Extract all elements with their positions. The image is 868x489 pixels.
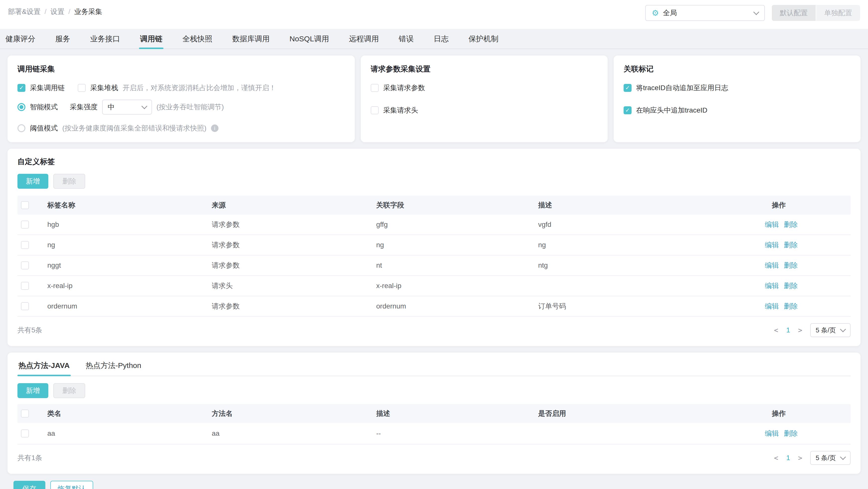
pagination-prev-icon[interactable]: < [774,326,778,334]
breadcrumb-separator: / [44,8,46,16]
relation-card-title: 关联标记 [624,64,850,74]
hot-methods-tab-bar: 热点方法-JAVA 热点方法-Python [18,360,850,376]
cell-desc: 订单号码 [538,301,765,311]
cell-desc: vgfd [538,221,765,229]
col-header-field: 关联字段 [376,200,538,210]
request-card-title: 请求参数采集设置 [371,64,598,74]
table-row: ordernum 请求参数 ordernum 订单号码 编辑删除 [18,296,850,317]
save-button[interactable]: 保存 [13,481,45,489]
cell-tag-name: ordernum [47,302,212,310]
tab-logs[interactable]: 日志 [433,32,450,48]
page-size-select[interactable]: 5 条/页 [810,323,850,337]
row-checkbox[interactable] [21,282,29,290]
page-size-value: 5 条/页 [816,326,836,335]
scope-select-value: 全局 [663,8,750,18]
pagination: < 1 > 5 条/页 [774,451,850,465]
pagination-page-1[interactable]: 1 [786,326,790,334]
table-header-row: 标签名称 来源 关联字段 描述 操作 [18,196,850,215]
pagination-prev-icon[interactable]: < [774,454,778,462]
tab-business-api[interactable]: 业务接口 [89,32,121,48]
default-config-button[interactable]: 默认配置 [772,5,816,21]
pagination-page-1[interactable]: 1 [786,454,790,462]
row-checkbox[interactable] [21,221,29,229]
tab-fullstack-snapshot[interactable]: 全栈快照 [181,32,213,48]
tab-nosql-call[interactable]: NoSQL调用 [288,32,330,48]
row-checkbox[interactable] [21,241,29,249]
tab-hot-methods-python[interactable]: 热点方法-Python [85,360,142,376]
edit-link[interactable]: 编辑 [765,301,779,311]
collect-params-label: 采集请求参数 [383,83,425,93]
page-size-select[interactable]: 5 条/页 [810,451,850,465]
delete-link[interactable]: 删除 [784,261,798,270]
table-row: nggt 请求参数 nt ntg 编辑删除 [18,256,850,276]
breadcrumb-separator: / [68,8,70,16]
cell-tag-name: nggt [47,261,212,269]
delete-method-button[interactable]: 删除 [53,383,85,398]
row-checkbox[interactable] [21,302,29,310]
edit-link[interactable]: 编辑 [765,240,779,250]
bottom-action-bar: 保存 恢复默认 [13,481,861,489]
cell-tag-name: x-real-ip [47,282,212,290]
breadcrumb-item-settings[interactable]: 设置 [50,7,64,17]
scope-select[interactable]: ⚙ 全局 [645,5,765,21]
smart-mode-radio[interactable] [18,103,25,111]
col-header-enabled: 是否启用 [538,409,765,418]
tab-service[interactable]: 服务 [54,32,71,48]
row-checkbox[interactable] [21,261,29,269]
threshold-mode-radio[interactable] [18,124,25,132]
col-header-method-name: 方法名 [212,409,376,418]
chevron-down-icon [840,326,846,332]
custom-tags-title: 自定义标签 [18,157,850,167]
edit-link[interactable]: 编辑 [765,261,779,270]
tab-protection[interactable]: 保护机制 [467,32,499,48]
tab-errors[interactable]: 错误 [398,32,414,48]
edit-link[interactable]: 编辑 [765,220,779,229]
cell-source: 请求参数 [212,261,376,270]
delete-link[interactable]: 删除 [784,429,798,438]
tab-remote-call[interactable]: 远程调用 [348,32,380,48]
tab-trace-chain[interactable]: 调用链 [139,32,163,48]
delete-link[interactable]: 删除 [784,281,798,291]
col-header-actions: 操作 [765,200,850,210]
stack-hint-text: 开启后，对系统资源消耗占比会增加，谨慎开启！ [123,83,276,93]
cell-tag-name: hgb [47,221,212,229]
pagination-next-icon[interactable]: > [798,454,802,462]
page-size-value: 5 条/页 [816,454,836,462]
smart-mode-label: 智能模式 [30,102,58,112]
delete-link[interactable]: 删除 [784,240,798,250]
edit-link[interactable]: 编辑 [765,281,779,291]
chevron-down-icon [753,9,759,15]
custom-tags-table-footer: 共有5条 < 1 > 5 条/页 [18,323,850,337]
breadcrumb-item-current: 业务采集 [74,7,102,17]
add-tag-button[interactable]: 新增 [18,174,48,189]
separate-config-button[interactable]: 单独配置 [816,5,860,21]
append-traceid-response-checkbox[interactable]: ✓ [624,106,631,114]
append-traceid-log-checkbox[interactable]: ✓ [624,84,631,92]
collect-headers-label: 采集请求头 [383,105,418,115]
hot-methods-table-footer: 共有1条 < 1 > 5 条/页 [18,451,850,465]
collect-trace-checkbox[interactable]: ✓ [18,84,25,92]
collect-stack-checkbox[interactable] [78,84,86,92]
toggle-knob [539,434,547,442]
col-header-desc: 描述 [376,409,538,418]
table-row: aa aa -- 关 编辑删除 [18,423,850,445]
delete-link[interactable]: 删除 [784,301,798,311]
tab-hot-methods-java[interactable]: 热点方法-JAVA [18,360,71,376]
delete-link[interactable]: 删除 [784,220,798,229]
pagination-next-icon[interactable]: > [798,326,802,334]
breadcrumb-item-deploy-settings[interactable]: 部署&设置 [8,7,41,17]
reset-default-button[interactable]: 恢复默认 [50,481,93,489]
select-all-checkbox[interactable] [21,410,29,418]
cell-method-name: aa [212,429,376,437]
add-method-button[interactable]: 新增 [18,383,48,398]
collect-headers-checkbox[interactable] [371,106,379,114]
select-all-checkbox[interactable] [21,201,29,209]
tab-health-score[interactable]: 健康评分 [4,32,36,48]
intensity-select[interactable]: 中 [102,100,152,115]
tab-database-call[interactable]: 数据库调用 [231,32,271,48]
collect-params-checkbox[interactable] [371,84,379,92]
row-checkbox[interactable] [21,429,29,437]
delete-tag-button[interactable]: 删除 [53,174,85,189]
info-icon[interactable]: i [211,125,218,132]
edit-link[interactable]: 编辑 [765,429,779,438]
